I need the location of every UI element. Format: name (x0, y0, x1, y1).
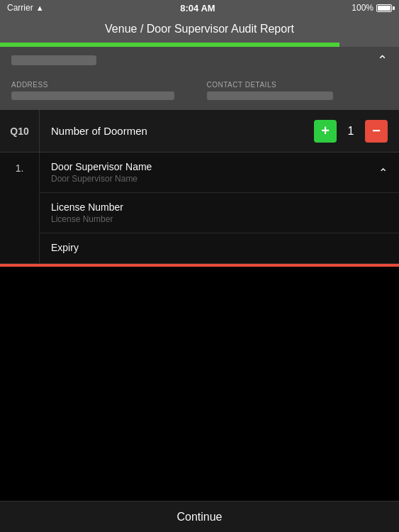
door-supervisor-name-field[interactable]: Door Supervisor Name Door Supervisor Nam… (40, 153, 399, 193)
doorman-fields: Door Supervisor Name Door Supervisor Nam… (40, 153, 399, 263)
contact-value (207, 92, 334, 100)
door-supervisor-name-placeholder: Door Supervisor Name (51, 174, 152, 184)
question-row-q10: Q10 Number of Doormen + 1 − (0, 110, 399, 153)
battery-icon (376, 4, 392, 12)
address-value (11, 92, 174, 100)
address-label: ADDRESS (11, 81, 193, 89)
expiry-field[interactable]: Expiry (40, 233, 399, 263)
license-number-content: License Number License Number (51, 201, 123, 224)
main-content: Q10 Number of Doormen + 1 − 1. (0, 110, 399, 267)
status-bar: Carrier ▲ 8:04 AM 100% (0, 0, 399, 16)
venue-chevron-icon[interactable]: ⌃ (377, 54, 388, 67)
battery-label: 100% (352, 3, 373, 13)
minus-icon: − (372, 123, 381, 139)
question-number: Q10 (0, 110, 40, 152)
door-supervisor-name-content: Door Supervisor Name Door Supervisor Nam… (51, 161, 152, 184)
carrier-label: Carrier (7, 3, 33, 13)
red-divider (0, 264, 399, 267)
continue-button[interactable]: Continue (176, 511, 222, 523)
question-content: Number of Doormen + 1 − (40, 111, 399, 151)
venue-section[interactable]: ⌃ (0, 47, 399, 74)
doorman-row: 1. Door Supervisor Name Door Supervisor … (0, 153, 399, 264)
contact-col: CONTACT DETAILS (207, 81, 388, 100)
venue-name (11, 55, 96, 65)
question-label: Number of Doormen (51, 125, 147, 137)
expiry-title: Expiry (51, 242, 79, 253)
plus-icon: + (321, 123, 330, 139)
doorman-section: 1. Door Supervisor Name Door Supervisor … (0, 153, 399, 264)
door-supervisor-chevron-icon[interactable]: ⌃ (378, 166, 388, 179)
info-row: ADDRESS CONTACT DETAILS (0, 74, 399, 110)
increment-button[interactable]: + (314, 120, 337, 143)
doormen-count: 1 (344, 125, 358, 138)
decrement-button[interactable]: − (365, 120, 388, 143)
status-left: Carrier ▲ (7, 3, 44, 13)
address-col: ADDRESS (11, 81, 193, 100)
license-number-title: License Number (51, 201, 123, 213)
wifi-icon: ▲ (36, 4, 44, 12)
contact-label: CONTACT DETAILS (207, 81, 388, 89)
status-time: 8:04 AM (180, 3, 215, 13)
door-supervisor-name-title: Door Supervisor Name (51, 161, 152, 172)
license-number-field[interactable]: License Number License Number (40, 193, 399, 233)
header: Venue / Door Supervisor Audit Report (0, 16, 399, 43)
status-right: 100% (352, 3, 392, 13)
question-controls: + 1 − (314, 120, 388, 143)
license-number-placeholder: License Number (51, 214, 123, 224)
header-title: Venue / Door Supervisor Audit Report (105, 23, 294, 35)
continue-bar: Continue (0, 501, 399, 532)
doorman-number: 1. (0, 153, 40, 263)
expiry-content: Expiry (51, 242, 79, 255)
